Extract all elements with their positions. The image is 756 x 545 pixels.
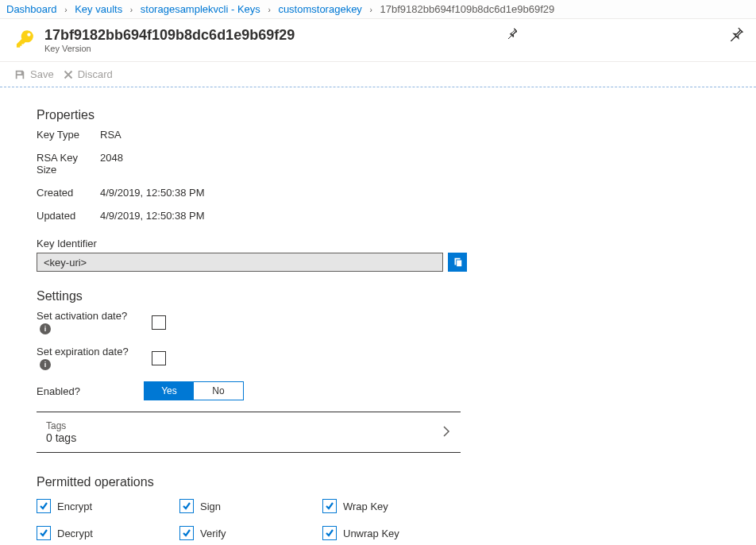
op-item: Wrap Key [322, 499, 465, 513]
updated-value: 4/9/2019, 12:50:38 PM [100, 210, 719, 222]
tags-count: 0 tags [46, 431, 442, 444]
activation-label: Set activation date? i [37, 310, 144, 334]
rsakeysize-label: RSA Key Size [37, 152, 100, 176]
breadcrumb-link-key[interactable]: customstoragekey [278, 3, 362, 15]
op-item: Encrypt [37, 499, 179, 513]
discard-button[interactable]: Discard [64, 68, 113, 80]
tags-label: Tags [46, 420, 442, 431]
op-item: Decrypt [37, 526, 179, 540]
page-title: 17bf9182bb694f109b8dc6d1e9b69f29 [44, 27, 295, 44]
op-item: Sign [179, 499, 322, 513]
properties-heading: Properties [37, 108, 719, 122]
activation-checkbox[interactable] [152, 315, 166, 330]
pin-icon[interactable] [506, 27, 519, 42]
breadcrumb-link-keyvaults[interactable]: Key vaults [75, 3, 122, 15]
created-value: 4/9/2019, 12:50:38 PM [100, 187, 719, 199]
op-label: Sign [200, 501, 221, 512]
op-checkbox[interactable] [322, 499, 337, 513]
copy-icon [452, 257, 463, 268]
op-checkbox[interactable] [179, 526, 194, 540]
info-icon[interactable]: i [40, 323, 51, 334]
breadcrumb-link-vault[interactable]: storagesamplekvcli - Keys [141, 3, 260, 15]
permitted-ops-heading: Permitted operations [37, 475, 719, 489]
created-label: Created [37, 187, 100, 199]
page-subtitle: Key Version [44, 44, 295, 53]
chevron-right-icon: › [64, 6, 67, 14]
expiration-label: Set expiration date? i [37, 346, 144, 370]
save-button[interactable]: Save [14, 68, 54, 80]
keytype-label: Key Type [37, 129, 100, 141]
toggle-no[interactable]: No [194, 382, 243, 400]
op-label: Encrypt [57, 501, 92, 512]
op-checkbox[interactable] [37, 499, 51, 513]
op-item: Unwrap Key [322, 526, 465, 540]
chevron-right-icon: › [268, 6, 270, 14]
op-checkbox[interactable] [179, 499, 194, 513]
op-label: Wrap Key [343, 501, 388, 512]
breadcrumb-link-dashboard[interactable]: Dashboard [6, 3, 57, 15]
breadcrumb: Dashboard › Key vaults › storagesamplekv… [0, 0, 756, 19]
pin-button[interactable] [729, 27, 743, 44]
page-header: 17bf9182bb694f109b8dc6d1e9b69f29 Key Ver… [0, 19, 756, 62]
command-bar: Save Discard [0, 62, 756, 87]
op-label: Verify [200, 528, 226, 539]
copy-button[interactable] [448, 253, 467, 272]
tags-row[interactable]: Tags 0 tags [37, 412, 461, 453]
rsakeysize-value: 2048 [100, 152, 719, 176]
op-label: Decrypt [57, 528, 93, 539]
op-item: Verify [179, 526, 322, 540]
chevron-right-icon: › [130, 6, 133, 14]
info-icon[interactable]: i [40, 359, 51, 370]
save-label: Save [30, 68, 54, 80]
op-checkbox[interactable] [37, 526, 51, 540]
key-icon [14, 29, 35, 52]
keyidentifier-input[interactable] [37, 253, 443, 272]
chevron-right-icon: › [370, 6, 372, 14]
chevron-right-icon [442, 426, 451, 439]
expiration-checkbox[interactable] [152, 351, 166, 365]
enabled-toggle[interactable]: Yes No [144, 381, 244, 400]
settings-heading: Settings [37, 289, 719, 303]
op-checkbox[interactable] [322, 526, 337, 540]
op-label: Unwrap Key [343, 528, 399, 539]
discard-label: Discard [78, 68, 113, 80]
keyidentifier-label: Key Identifier [37, 238, 719, 249]
enabled-label: Enabled? [37, 385, 144, 397]
updated-label: Updated [37, 210, 100, 222]
toggle-yes[interactable]: Yes [145, 382, 194, 400]
breadcrumb-current: 17bf9182bb694f109b8dc6d1e9b69f29 [380, 3, 554, 15]
keytype-value: RSA [100, 129, 719, 141]
